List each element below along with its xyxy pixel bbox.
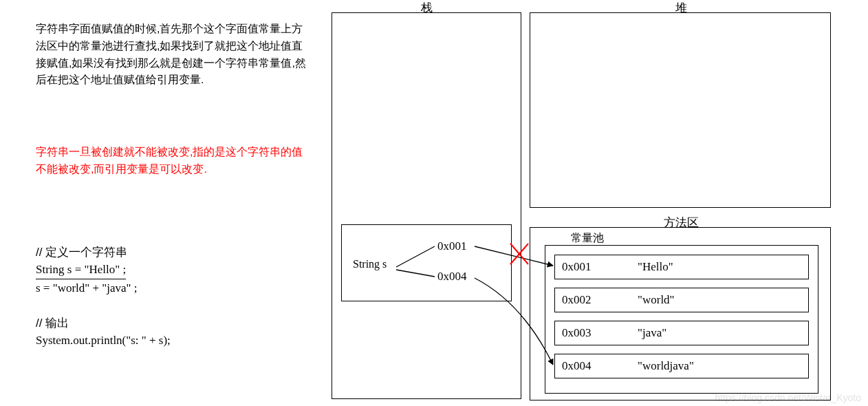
code-line-1: String s = "Hello" ; (36, 261, 126, 279)
code-block: // 定义一个字符串 String s = "Hello" ; s = "wor… (36, 244, 311, 350)
code-line-2: s = "world" + "java" ; (36, 279, 311, 297)
stack-box (332, 12, 521, 399)
constant-pool-label: 常量池 (571, 231, 604, 246)
pool-addr: 0x001 (562, 260, 638, 274)
pool-value: "worldjava" (638, 359, 694, 373)
paragraph-1: 字符串字面值赋值的时候,首先那个这个字面值常量上方法区中的常量池进行查找,如果找… (36, 21, 311, 89)
watermark: https://blog.csdn.net/Wistar_Kyoto (715, 392, 861, 403)
pool-value: "world" (638, 293, 675, 307)
code-comment-1: // 定义一个字符串 (36, 244, 311, 261)
frame-addr-old: 0x001 (437, 239, 467, 253)
explanation-column: 字符串字面值赋值的时候,首先那个这个字面值常量上方法区中的常量池进行查找,如果找… (36, 21, 311, 350)
pool-value: "Hello" (638, 260, 673, 274)
heap-box (530, 12, 831, 208)
pool-addr: 0x002 (562, 293, 638, 307)
pool-entry-3: 0x003 "java" (554, 321, 809, 345)
pool-addr: 0x003 (562, 326, 638, 340)
code-comment-2: // 输出 (36, 314, 311, 332)
pool-addr: 0x004 (562, 359, 638, 373)
pool-entry-1: 0x001 "Hello" (554, 255, 809, 279)
code-line-3: System.out.println("s: " + s); (36, 332, 311, 350)
pool-value: "java" (638, 326, 666, 340)
pool-entry-4: 0x004 "worldjava" (554, 354, 809, 378)
frame-variable: String s (353, 258, 387, 270)
frame-addr-new: 0x004 (437, 270, 467, 284)
paragraph-2: 字符串一旦被创建就不能被改变,指的是这个字符串的值不能被改变,而引用变量是可以改… (36, 144, 311, 178)
stack-frame-box: String s (341, 224, 512, 301)
pool-entry-2: 0x002 "world" (554, 288, 809, 312)
